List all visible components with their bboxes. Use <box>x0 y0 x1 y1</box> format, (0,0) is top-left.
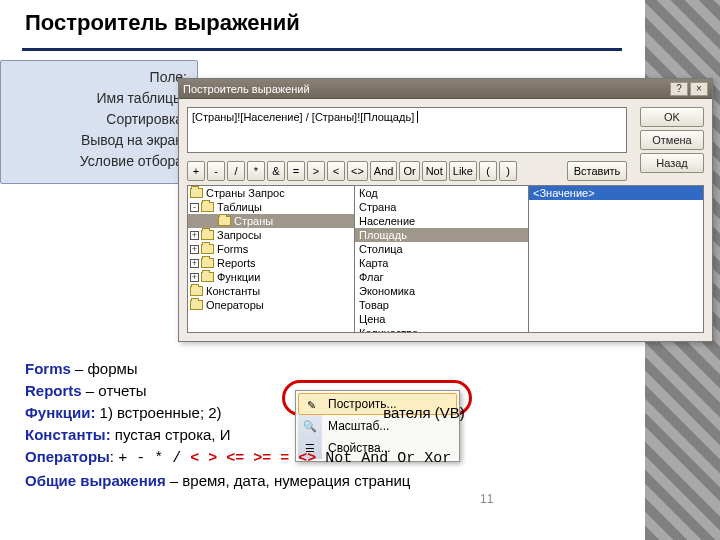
list-item-selected: Площадь <box>355 228 528 242</box>
op-lt[interactable]: < <box>327 161 345 181</box>
slide-title: Построитель выражений <box>25 10 300 36</box>
folder-icon <box>201 202 214 212</box>
expression-builder-window: Построитель выражений ? × [Страны]![Насе… <box>178 78 713 342</box>
expression-input[interactable]: [Страны]![Население] / [Страны]![Площадь… <box>187 107 627 153</box>
title-underline <box>22 48 622 51</box>
list-item: Код <box>355 186 528 200</box>
label-sort: Сортировка: <box>1 109 187 130</box>
notes-block: Forms – формы Reports – отчеты Функции: … <box>25 358 465 492</box>
list-item: Цена <box>355 312 528 326</box>
list-item: Страна <box>355 200 528 214</box>
folder-icon <box>201 258 214 268</box>
fields-list[interactable]: Код Страна Население Площадь Столица Кар… <box>354 185 529 333</box>
tree-item: Операторы <box>188 298 354 312</box>
help-button[interactable]: ? <box>670 82 688 96</box>
window-title: Построитель выражений <box>183 83 310 95</box>
label-table: Имя таблицы: <box>1 88 187 109</box>
expression-text: [Страны]![Население] / [Страны]![Площадь… <box>192 111 414 123</box>
folder-icon <box>218 216 231 226</box>
folder-icon <box>201 272 214 282</box>
list-item-selected: <Значение> <box>529 186 703 200</box>
expand-icon[interactable]: + <box>190 245 199 254</box>
list-item: Карта <box>355 256 528 270</box>
list-item: Товар <box>355 298 528 312</box>
op-lparen[interactable]: ( <box>479 161 497 181</box>
list-item: Экономика <box>355 284 528 298</box>
back-button[interactable]: Назад <box>640 153 704 173</box>
op-and[interactable]: And <box>370 161 398 181</box>
cancel-button[interactable]: Отмена <box>640 130 704 150</box>
folder-icon <box>190 286 203 296</box>
op-div[interactable]: / <box>227 161 245 181</box>
tree-item-selected: Страны <box>188 214 354 228</box>
tree-item: Страны Запрос <box>188 186 354 200</box>
tree-item: Константы <box>188 284 354 298</box>
ok-button[interactable]: OK <box>640 107 704 127</box>
titlebar[interactable]: Построитель выражений ? × <box>179 79 712 99</box>
folder-icon <box>201 230 214 240</box>
list-item: Флаг <box>355 270 528 284</box>
collapse-icon[interactable]: - <box>190 203 199 212</box>
op-plus[interactable]: + <box>187 161 205 181</box>
page-number: 11 <box>480 492 493 506</box>
folder-icon <box>190 188 203 198</box>
list-item: Столица <box>355 242 528 256</box>
op-neq[interactable]: <> <box>347 161 368 181</box>
op-like[interactable]: Like <box>449 161 477 181</box>
expand-icon[interactable]: + <box>190 273 199 282</box>
tree-item: +Запросы <box>188 228 354 242</box>
list-item: Население <box>355 214 528 228</box>
expand-icon[interactable]: + <box>190 231 199 240</box>
category-tree[interactable]: Страны Запрос -Таблицы Страны +Запросы +… <box>187 185 355 333</box>
op-minus[interactable]: - <box>207 161 225 181</box>
list-item: Количество <box>355 326 528 333</box>
tree-item: -Таблицы <box>188 200 354 214</box>
query-design-labels: Поле: Имя таблицы: Сортировка: Вывод на … <box>0 60 198 184</box>
browser-panes: Страны Запрос -Таблицы Страны +Запросы +… <box>187 185 704 333</box>
tree-item: +Reports <box>188 256 354 270</box>
label-show: Вывод на экран: <box>1 130 187 151</box>
op-not[interactable]: Not <box>422 161 447 181</box>
values-list[interactable]: <Значение> <box>528 185 704 333</box>
op-eq[interactable]: = <box>287 161 305 181</box>
op-rparen[interactable]: ) <box>499 161 517 181</box>
label-criteria: Условие отбора: <box>1 151 187 172</box>
op-gt[interactable]: > <box>307 161 325 181</box>
label-field: Поле: <box>1 67 187 88</box>
operator-row: + - / * & = > < <> And Or Not Like ( ) <box>187 161 517 181</box>
tree-item: +Forms <box>188 242 354 256</box>
folder-icon <box>190 300 203 310</box>
folder-icon <box>201 244 214 254</box>
insert-button[interactable]: Вставить <box>567 161 627 181</box>
close-button[interactable]: × <box>690 82 708 96</box>
op-or[interactable]: Or <box>399 161 419 181</box>
expand-icon[interactable]: + <box>190 259 199 268</box>
op-amp[interactable]: & <box>267 161 285 181</box>
tree-item: +Функции <box>188 270 354 284</box>
op-mul[interactable]: * <box>247 161 265 181</box>
